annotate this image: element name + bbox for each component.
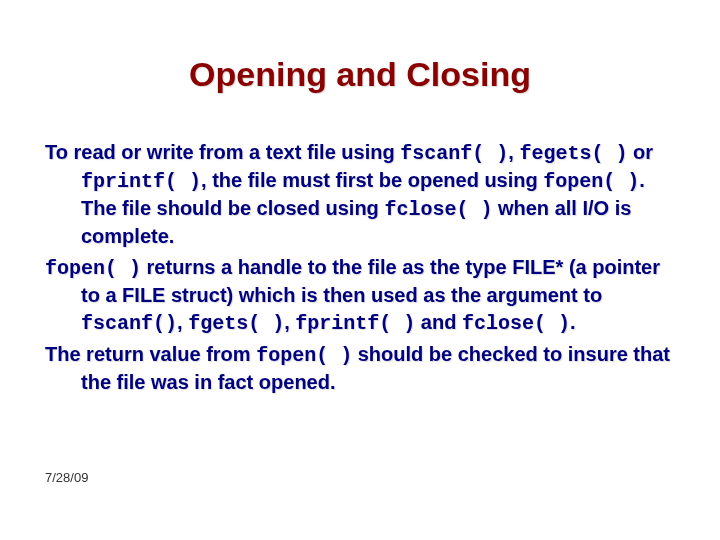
text: , <box>284 311 295 333</box>
slide-container: Opening and Closing To read or write fro… <box>0 0 720 540</box>
paragraph-2: fopen( ) returns a handle to the file as… <box>45 254 675 337</box>
text: . <box>570 311 576 333</box>
text: returns a handle to the file as the type… <box>81 256 660 306</box>
code-fclose: fclose( ) <box>384 198 492 221</box>
slide-body: To read or write from a text file using … <box>45 139 675 396</box>
code-fgets: fgets( ) <box>188 312 284 335</box>
code-fclose: fclose( ) <box>462 312 570 335</box>
text: , the file must first be opened using <box>201 169 543 191</box>
text: , <box>177 311 188 333</box>
paragraph-3: The return value from fopen( ) should be… <box>45 341 675 396</box>
code-fegets: fegets( ) <box>519 142 627 165</box>
text: or <box>627 141 653 163</box>
code-fscanf: fscanf( ) <box>400 142 508 165</box>
code-fopen: fopen( ) <box>543 170 639 193</box>
paragraph-1: To read or write from a text file using … <box>45 139 675 250</box>
code-fopen: fopen( ) <box>256 344 352 367</box>
text: The return value from <box>45 343 256 365</box>
code-fprintf: fprintf( ) <box>295 312 415 335</box>
text: , <box>508 141 519 163</box>
text: and <box>415 311 462 333</box>
page-title: Opening and Closing <box>45 55 675 94</box>
footer-date: 7/28/09 <box>45 470 88 485</box>
text: To read or write from a text file using <box>45 141 400 163</box>
code-fopen: fopen( ) <box>45 257 141 280</box>
code-fprintf: fprintf( ) <box>81 170 201 193</box>
code-fscanf: fscanf() <box>81 312 177 335</box>
